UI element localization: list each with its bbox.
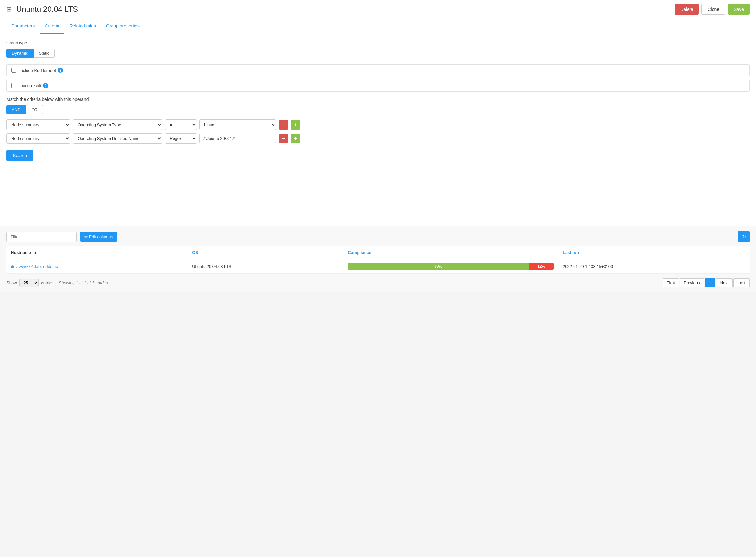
invert-result-row: Invert result ? <box>6 80 750 92</box>
operand-buttons: AND OR <box>6 105 750 114</box>
criteria-row2-add-button[interactable]: + <box>291 134 300 143</box>
criteria-row1-field1[interactable]: Node summary <box>6 119 70 130</box>
tab-group-properties[interactable]: Group properties <box>101 19 145 34</box>
tab-related-rules[interactable]: Related rules <box>64 19 101 34</box>
show-entries-select[interactable]: 10 25 50 100 <box>20 278 39 287</box>
criteria-row1-field2[interactable]: Operating System Type <box>73 119 162 130</box>
network-icon: ⊞ <box>6 5 12 13</box>
invert-result-label: Invert result ? <box>20 83 48 88</box>
hostname-sort-icon[interactable]: ▲ <box>33 250 37 255</box>
hostname-cell: dev-www-01.lab.rudder.io <box>6 259 188 274</box>
delete-button[interactable]: Delete <box>674 4 699 15</box>
col-compliance: Compliance <box>343 246 558 259</box>
btn-dynamic[interactable]: Dynamic <box>6 49 33 58</box>
page-title: Ununtu 20.04 LTS <box>16 5 78 14</box>
compliance-red-bar: 12% <box>529 263 554 269</box>
col-hostname: Hostname ▲ <box>6 246 188 259</box>
include-rudder-root-label: Include Rudder root ? <box>20 68 63 73</box>
page-first-button[interactable]: First <box>663 278 679 288</box>
last-run-cell: 2022-01-20 12:03:15+0100 <box>558 259 750 274</box>
refresh-button[interactable]: ↻ <box>738 231 750 242</box>
edit-columns-button[interactable]: ✏ Edit columns <box>80 232 117 242</box>
table-body: dev-www-01.lab.rudder.io Ubuntu 20.04.03… <box>6 259 750 274</box>
top-bar-right: Delete Clone Save <box>674 4 750 15</box>
page-next-button[interactable]: Next <box>716 278 733 288</box>
tab-parameters[interactable]: Parameters <box>6 19 39 34</box>
criteria-row2-field1[interactable]: Node summary <box>6 133 70 144</box>
search-button[interactable]: Search <box>6 150 33 161</box>
tab-criteria[interactable]: Criteria <box>39 19 64 34</box>
invert-result-checkbox[interactable] <box>11 83 16 88</box>
top-bar: ⊞ Ununtu 20.04 LTS Delete Clone Save <box>0 0 756 19</box>
pagination-buttons: First Previous 1 Next Last <box>663 278 750 288</box>
main-content: Group type Dynamic Static Include Rudder… <box>0 34 756 226</box>
compliance-green-bar: 88% <box>348 263 529 269</box>
criteria-row1-operator[interactable]: = <box>165 119 197 130</box>
match-criteria-label: Match the criteria below with this opera… <box>6 97 750 102</box>
os-cell: Ubuntu 20.04.03 LTS <box>188 259 343 274</box>
bottom-section: ✏ Edit columns ↻ Hostname ▲ OS Complianc… <box>0 226 756 292</box>
table-toolbar-left: ✏ Edit columns <box>6 232 117 242</box>
col-last-run: Last run <box>558 246 750 259</box>
save-button[interactable]: Save <box>728 4 750 15</box>
include-rudder-root-checkbox[interactable] <box>11 68 16 73</box>
criteria-row-1: Node summary Operating System Type = Lin… <box>6 119 750 130</box>
invert-result-help-icon[interactable]: ? <box>43 83 48 88</box>
table-toolbar: ✏ Edit columns ↻ <box>6 231 750 242</box>
table-row: dev-www-01.lab.rudder.io Ubuntu 20.04.03… <box>6 259 750 274</box>
show-entries: Show 10 25 50 100 entries <box>6 278 54 287</box>
page-previous-button[interactable]: Previous <box>680 278 704 288</box>
criteria-row2-value-input[interactable] <box>199 134 276 143</box>
showing-text: Showing 1 to 1 of 1 entries <box>59 281 108 285</box>
include-rudder-root-help-icon[interactable]: ? <box>58 68 63 73</box>
criteria-row1-remove-button[interactable]: − <box>279 120 288 130</box>
hostname-link[interactable]: dev-www-01.lab.rudder.io <box>11 264 58 269</box>
criteria-row-2: Node summary Operating System Detailed N… <box>6 133 750 144</box>
pagination-left: Show 10 25 50 100 entries Showing 1 to 1… <box>6 278 108 287</box>
criteria-row2-operator[interactable]: Regex <box>165 133 197 144</box>
criteria-row1-add-button[interactable]: + <box>291 120 300 130</box>
page-last-button[interactable]: Last <box>733 278 750 288</box>
group-type-label: Group type <box>6 40 750 46</box>
criteria-row2-field2[interactable]: Operating System Detailed Name <box>73 133 162 144</box>
group-type-buttons: Dynamic Static <box>6 49 750 58</box>
compliance-bar: 88% 12% <box>348 263 554 269</box>
btn-or[interactable]: OR <box>26 105 43 114</box>
btn-static[interactable]: Static <box>33 49 55 58</box>
criteria-row2-remove-button[interactable]: − <box>279 134 288 143</box>
btn-and[interactable]: AND <box>6 105 26 114</box>
pagination-row: Show 10 25 50 100 entries Showing 1 to 1… <box>6 274 750 288</box>
top-bar-left: ⊞ Ununtu 20.04 LTS <box>6 5 78 14</box>
col-os: OS <box>188 246 343 259</box>
criteria-row1-value[interactable]: Linux <box>199 119 276 130</box>
clone-button[interactable]: Clone <box>701 4 725 15</box>
tabs-bar: Parameters Criteria Related rules Group … <box>0 19 756 34</box>
page-1-button[interactable]: 1 <box>705 278 715 288</box>
table-header: Hostname ▲ OS Compliance Last run <box>6 246 750 259</box>
data-table: Hostname ▲ OS Compliance Last run dev-ww… <box>6 246 750 274</box>
include-rudder-root-row: Include Rudder root ? <box>6 64 750 76</box>
compliance-cell: 88% 12% <box>343 259 558 274</box>
filter-input[interactable] <box>6 232 77 242</box>
